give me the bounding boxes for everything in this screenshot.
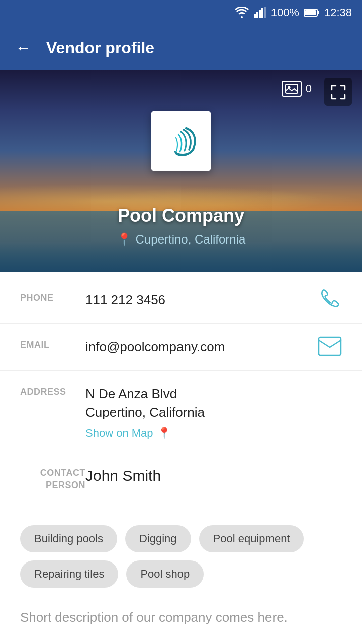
svg-rect-3	[261, 8, 263, 18]
tag-building-pools[interactable]: Building pools	[20, 525, 117, 552]
time: 12:38	[324, 6, 352, 19]
battery-percentage: 100%	[271, 6, 299, 19]
wifi-icon	[235, 7, 249, 18]
page-title: Vendor profile	[46, 39, 154, 57]
company-location: 📍 Cupertino, California	[0, 232, 362, 247]
address-row: ADDRESS N De Anza Blvd Cupertino, Califo…	[0, 371, 362, 452]
svg-rect-0	[254, 14, 256, 18]
battery-icon	[304, 8, 319, 17]
show-on-map-text: Show on Map	[85, 426, 153, 441]
contact-person-label: CONTACT PERSON	[20, 465, 85, 491]
address-label: ADDRESS	[20, 385, 85, 397]
tag-label: Pool shop	[140, 568, 190, 580]
email-row: EMAIL info@poolcompany.com	[0, 324, 362, 370]
expand-button[interactable]	[324, 78, 352, 106]
svg-rect-10	[319, 337, 341, 355]
tag-pool-equipment[interactable]: Pool equipment	[199, 525, 304, 552]
svg-rect-6	[305, 10, 316, 15]
header: ← Vendor profile	[0, 25, 362, 70]
map-pin-icon: 📍	[157, 426, 171, 441]
status-bar: 100% 12:38	[0, 0, 362, 25]
tag-label: Pool equipment	[213, 532, 290, 545]
back-button[interactable]: ←	[15, 39, 31, 57]
tag-label: Repairing tiles	[34, 568, 104, 580]
tag-digging[interactable]: Digging	[125, 525, 191, 552]
phone-value: 111 212 3456	[85, 291, 342, 309]
contact-person-row: CONTACT PERSON John Smith	[0, 451, 362, 505]
location-pin-icon: 📍	[117, 232, 132, 247]
tags-container: Building pools Digging Pool equipment Re…	[20, 525, 342, 588]
tags-section: Building pools Digging Pool equipment Re…	[0, 510, 362, 598]
description-section: Short description of our company comes h…	[0, 598, 362, 644]
info-section: PHONE 111 212 3456 EMAIL info@poolcompan…	[0, 272, 362, 510]
company-logo	[151, 111, 211, 171]
phone-label: PHONE	[20, 291, 85, 303]
address-line1: N De Anza Blvd	[85, 385, 342, 403]
signal-icon	[254, 7, 266, 18]
contact-label-line1: CONTACT	[20, 467, 85, 479]
svg-rect-1	[256, 12, 258, 18]
contact-person-value: John Smith	[85, 465, 342, 487]
email-label: EMAIL	[20, 338, 85, 350]
location-text: Cupertino, California	[136, 232, 246, 247]
image-counter: 0	[282, 80, 312, 97]
logo-image	[161, 121, 201, 161]
phone-row: PHONE 111 212 3456	[0, 277, 362, 324]
phone-call-button[interactable]	[319, 288, 342, 312]
show-on-map-button[interactable]: Show on Map 📍	[85, 426, 342, 441]
image-gallery-icon	[282, 80, 302, 97]
hero-section: 0 Pool Company 📍 Cupertino, California	[0, 70, 362, 272]
expand-icon	[331, 85, 346, 100]
tag-pool-shop[interactable]: Pool shop	[126, 560, 204, 588]
tag-label: Digging	[139, 532, 177, 545]
image-count: 0	[306, 82, 312, 95]
tag-repairing-tiles[interactable]: Repairing tiles	[20, 560, 118, 588]
svg-rect-2	[259, 10, 261, 18]
email-value: info@poolcompany.com	[85, 338, 342, 356]
phone-icon	[319, 288, 342, 310]
description-text: Short description of our company comes h…	[20, 608, 342, 627]
email-icon	[318, 336, 342, 356]
status-icons: 100% 12:38	[235, 6, 352, 19]
tag-label: Building pools	[34, 532, 103, 545]
contact-label-line2: PERSON	[20, 479, 85, 491]
svg-rect-4	[264, 7, 266, 18]
company-name: Pool Company	[0, 205, 362, 226]
address-value: N De Anza Blvd Cupertino, California Sho…	[85, 385, 342, 441]
address-line2: Cupertino, California	[85, 403, 342, 421]
svg-rect-7	[318, 11, 319, 14]
email-send-button[interactable]	[318, 336, 342, 358]
